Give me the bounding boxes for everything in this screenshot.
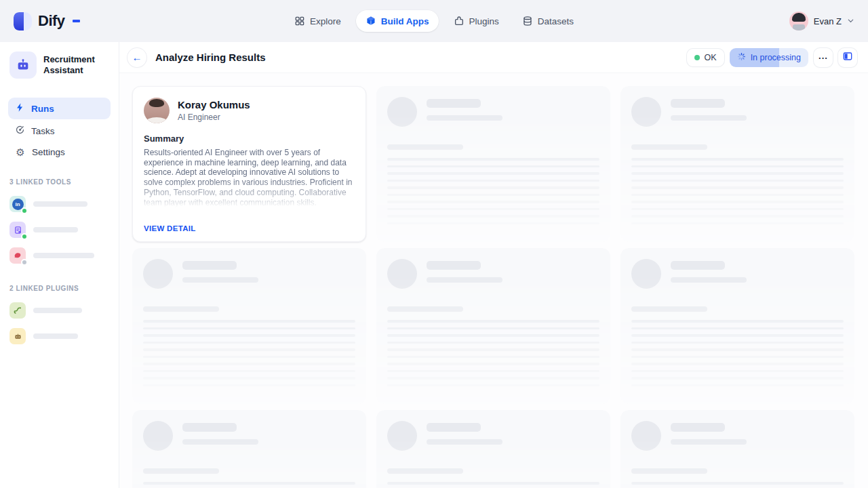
- line-placeholder: [387, 320, 599, 323]
- avatar-placeholder: [387, 421, 417, 451]
- name-placeholder: [671, 423, 725, 432]
- linked-tools-label: 3 LINKED TOOLS: [9, 178, 109, 186]
- line-placeholder: [631, 320, 844, 323]
- avatar-placeholder: [143, 421, 173, 451]
- candidate-avatar: [144, 98, 170, 123]
- line-placeholder: [387, 222, 599, 225]
- status-dot: [21, 207, 28, 214]
- more-button[interactable]: ...: [814, 48, 833, 67]
- line-placeholder: [631, 370, 844, 373]
- nav-explore[interactable]: Explore: [286, 10, 349, 32]
- nav-plugins[interactable]: Plugins: [445, 10, 507, 32]
- panel-toggle-button[interactable]: [838, 48, 857, 67]
- page-header: ← Analyze Hiring Results OK: [119, 42, 868, 73]
- role-placeholder: [427, 277, 502, 283]
- tool-name-placeholder: [33, 201, 87, 207]
- line-placeholder: [143, 363, 355, 365]
- text-placeholder: [143, 482, 355, 488]
- cube-icon: [366, 16, 376, 26]
- line-placeholder: [143, 370, 355, 373]
- line-placeholder: [387, 356, 599, 359]
- nav-label: Explore: [310, 16, 341, 26]
- line-placeholder: [387, 384, 599, 387]
- line-placeholder: [143, 320, 355, 323]
- main-nav: Explore Build Apps Plugins: [286, 0, 582, 42]
- brand-name: Dify: [38, 12, 65, 30]
- back-button[interactable]: ←: [127, 48, 146, 67]
- heading-placeholder: [143, 468, 219, 474]
- line-placeholder: [143, 482, 355, 485]
- line-placeholder: [631, 356, 844, 359]
- line-placeholder: [631, 384, 844, 387]
- role-placeholder: [671, 439, 747, 445]
- loading-result-card: [620, 410, 854, 488]
- app-header[interactable]: Recruitment Assistant: [8, 50, 111, 88]
- line-placeholder: [387, 482, 599, 485]
- line-placeholder: [631, 180, 844, 182]
- avatar-placeholder: [631, 259, 661, 289]
- heading-placeholder: [387, 144, 463, 150]
- status-ok-badge[interactable]: OK: [687, 49, 724, 66]
- avatar-placeholder: [387, 259, 417, 289]
- role-placeholder: [182, 277, 258, 283]
- line-placeholder: [387, 158, 599, 161]
- name-placeholder: [671, 99, 725, 108]
- sidebar-nav: Runs Tasks ⚙ Settings: [8, 98, 111, 162]
- candidate-role: AI Engineer: [178, 113, 250, 122]
- line-placeholder: [143, 334, 355, 337]
- loading-result-card: [620, 248, 854, 404]
- name-placeholder: [182, 423, 237, 432]
- grid-icon: [294, 16, 305, 26]
- avatar-placeholder: [631, 97, 661, 127]
- sidebar-item-runs[interactable]: Runs: [8, 98, 111, 119]
- line-placeholder: [387, 180, 599, 182]
- linked-plugins-label: 2 LINKED PLUGINS: [9, 285, 109, 292]
- role-placeholder: [182, 439, 258, 445]
- linked-tool-form[interactable]: [8, 217, 111, 243]
- nav-datasets[interactable]: Datasets: [514, 10, 582, 32]
- avatar-placeholder: [631, 421, 661, 451]
- spinner-icon: [737, 52, 746, 63]
- split-panel-icon: [842, 51, 853, 64]
- sidebar-item-tasks[interactable]: Tasks: [8, 120, 111, 142]
- status-dot: [21, 259, 28, 266]
- sidebar-item-settings[interactable]: ⚙ Settings: [8, 142, 111, 162]
- processing-label: In processing: [751, 53, 801, 62]
- nav-label: Datasets: [538, 16, 574, 26]
- app-name: Recruitment Assistant: [43, 54, 109, 77]
- line-placeholder: [143, 348, 355, 351]
- nav-build-apps[interactable]: Build Apps: [356, 10, 439, 32]
- line-placeholder: [143, 384, 355, 387]
- database-icon: [522, 16, 533, 26]
- summary-heading: Summary: [144, 134, 355, 144]
- dify-logo[interactable]: Dify: [14, 12, 80, 30]
- line-placeholder: [387, 363, 599, 365]
- status-dot: [21, 233, 28, 240]
- line-placeholder: [143, 356, 355, 359]
- bolt-icon: [15, 102, 25, 115]
- view-detail-link[interactable]: VIEW DETAIL: [144, 224, 196, 232]
- page-title: Analyze Hiring Results: [155, 52, 266, 63]
- text-placeholder: [143, 320, 355, 386]
- plugin-name-placeholder: [33, 308, 82, 313]
- name-placeholder: [671, 261, 725, 270]
- status-processing-badge[interactable]: In processing: [730, 48, 808, 67]
- line-placeholder: [631, 158, 844, 161]
- top-navigation: Dify Explore Build Apps: [0, 0, 868, 42]
- line-placeholder: [387, 201, 599, 203]
- ok-label: OK: [705, 53, 717, 62]
- more-dots-icon: ...: [818, 52, 828, 60]
- linked-plugin-snake[interactable]: [8, 298, 111, 323]
- linked-plugin-robot[interactable]: [8, 323, 111, 349]
- loading-result-card: [620, 86, 854, 242]
- line-placeholder: [387, 334, 599, 337]
- line-placeholder: [631, 194, 844, 197]
- user-menu[interactable]: Evan Z: [789, 12, 854, 30]
- linked-tool-chat[interactable]: [8, 243, 111, 268]
- line-placeholder: [631, 342, 844, 344]
- linked-tool-linkedin[interactable]: in: [8, 191, 111, 217]
- loading-result-card: [132, 248, 366, 404]
- result-card[interactable]: Koray Okumus AI Engineer Summary Results…: [132, 86, 366, 242]
- heading-placeholder: [631, 144, 707, 150]
- results-grid: Koray Okumus AI Engineer Summary Results…: [119, 73, 868, 488]
